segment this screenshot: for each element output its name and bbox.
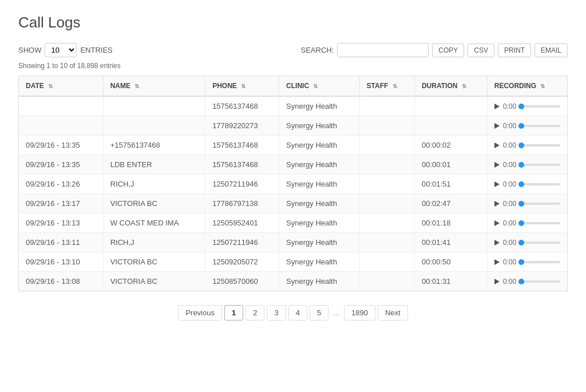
page-4-button[interactable]: 4 — [288, 305, 307, 320]
recording-player: 0:00 — [494, 102, 560, 110]
progress-bar[interactable] — [520, 203, 560, 205]
show-entries-control: SHOW 102550100 ENTRIES — [18, 43, 113, 57]
time-label: 0:00 — [503, 200, 516, 208]
recording-player: 0:00 — [494, 278, 560, 286]
progress-dot — [518, 259, 524, 265]
progress-bar[interactable] — [520, 280, 560, 283]
progress-dot — [518, 181, 524, 187]
play-button[interactable] — [494, 220, 500, 226]
play-button[interactable] — [494, 142, 500, 148]
search-input[interactable] — [337, 43, 429, 57]
cell-name: LDB ENTER — [103, 155, 205, 175]
cell-phone: 15756137468 — [205, 96, 279, 116]
time-label: 0:00 — [503, 141, 516, 149]
showing-info: Showing 1 to 10 of 18,898 entries — [18, 62, 568, 70]
progress-bar[interactable] — [520, 164, 560, 166]
next-button[interactable]: Next — [378, 305, 408, 320]
col-staff[interactable]: STAFF ⇅ — [359, 76, 414, 97]
progress-bar[interactable] — [520, 222, 560, 224]
entries-select[interactable]: 102550100 — [45, 43, 77, 57]
print-button[interactable]: PRINT — [498, 43, 531, 57]
sort-icon-date: ⇅ — [48, 83, 53, 89]
cell-recording: 0:00 — [487, 233, 567, 252]
play-button[interactable] — [494, 123, 500, 129]
table-row: 09/29/16 - 13:35+1575613746815756137468S… — [19, 136, 568, 155]
cell-clinic: Synergy Health — [279, 175, 360, 194]
page-5-button[interactable]: 5 — [310, 305, 328, 320]
progress-dot — [518, 201, 524, 207]
progress-bar[interactable] — [520, 105, 560, 108]
recording-player: 0:00 — [494, 239, 560, 247]
previous-button[interactable]: Previous — [178, 305, 222, 320]
recording-player: 0:00 — [494, 219, 560, 227]
progress-dot — [518, 123, 524, 129]
cell-duration — [414, 96, 487, 116]
cell-recording: 0:00 — [487, 116, 567, 136]
cell-date: 09/29/16 - 13:10 — [19, 252, 104, 272]
play-button[interactable] — [494, 162, 500, 168]
play-button[interactable] — [494, 240, 500, 246]
progress-dot — [518, 104, 524, 109]
play-button[interactable] — [494, 259, 500, 265]
col-phone[interactable]: PHONE ⇅ — [205, 76, 279, 97]
last-page-button[interactable]: 1890 — [344, 305, 375, 320]
recording-player: 0:00 — [494, 180, 560, 188]
cell-date: 09/29/16 - 13:17 — [19, 194, 104, 213]
progress-bar[interactable] — [520, 241, 560, 244]
cell-recording: 0:00 — [487, 194, 567, 213]
cell-staff — [359, 155, 414, 175]
play-button[interactable] — [494, 279, 500, 284]
sort-icon-duration: ⇅ — [462, 83, 466, 89]
cell-staff — [359, 175, 414, 194]
play-button[interactable] — [494, 104, 500, 109]
col-date[interactable]: DATE ⇅ — [19, 76, 104, 97]
col-clinic[interactable]: CLINIC ⇅ — [279, 76, 360, 97]
email-button[interactable]: EMAIL — [534, 43, 568, 57]
play-triangle-icon — [494, 279, 500, 284]
recording-player: 0:00 — [494, 161, 560, 169]
page-1-button[interactable]: 1 — [224, 305, 243, 320]
progress-bar[interactable] — [520, 144, 560, 146]
col-duration[interactable]: DURATION ⇅ — [414, 76, 487, 97]
play-button[interactable] — [494, 201, 500, 207]
progress-bar[interactable] — [520, 261, 560, 263]
copy-button[interactable]: COPY — [432, 43, 464, 57]
csv-button[interactable]: CSV — [468, 43, 494, 57]
sort-icon-clinic: ⇅ — [313, 83, 318, 89]
progress-dot — [518, 279, 524, 284]
page-2-button[interactable]: 2 — [246, 305, 264, 320]
cell-duration: 00:01:51 — [414, 175, 487, 194]
cell-phone: 12507211946 — [205, 233, 279, 252]
col-recording[interactable]: RECORDING ⇅ — [487, 76, 567, 97]
header-row: DATE ⇅ NAME ⇅ PHONE ⇅ CLINIC ⇅ STAFF ⇅ D… — [19, 76, 568, 97]
cell-date — [19, 116, 104, 136]
cell-duration: 00:00:50 — [414, 252, 487, 272]
table-row: 09/29/16 - 13:08VICTORIA BC12508570060Sy… — [19, 272, 568, 291]
time-label: 0:00 — [503, 180, 516, 188]
progress-bar[interactable] — [520, 125, 560, 127]
cell-recording: 0:00 — [487, 175, 567, 194]
cell-duration: 00:00:02 — [414, 136, 487, 155]
cell-recording: 0:00 — [487, 96, 567, 116]
cell-staff — [359, 116, 414, 136]
cell-recording: 0:00 — [487, 252, 567, 272]
table-row: 09/29/16 - 13:13W COAST MED IMA125059524… — [19, 213, 568, 233]
play-triangle-icon — [494, 220, 500, 226]
toolbar: SHOW 102550100 ENTRIES SEARCH: COPY CSV … — [18, 43, 568, 57]
cell-date: 09/29/16 - 13:11 — [19, 233, 104, 252]
cell-recording: 0:00 — [487, 272, 567, 291]
progress-dot — [518, 220, 524, 226]
cell-date: 09/29/16 - 13:26 — [19, 175, 104, 194]
play-button[interactable] — [494, 181, 500, 187]
pagination: Previous 1 2 3 4 5 ... 1890 Next — [18, 305, 568, 330]
cell-name — [103, 116, 205, 136]
table-body: 15756137468Synergy Health 0:00 177892202… — [19, 96, 568, 291]
cell-staff — [359, 272, 414, 291]
table-row: 09/29/16 - 13:10VICTORIA BC12509205072Sy… — [19, 252, 568, 272]
page-3-button[interactable]: 3 — [267, 305, 286, 320]
sort-icon-phone: ⇅ — [241, 83, 246, 89]
recording-player: 0:00 — [494, 258, 560, 266]
col-name[interactable]: NAME ⇅ — [103, 76, 205, 97]
progress-bar[interactable] — [520, 183, 560, 185]
table-row: 15756137468Synergy Health 0:00 — [19, 96, 568, 116]
